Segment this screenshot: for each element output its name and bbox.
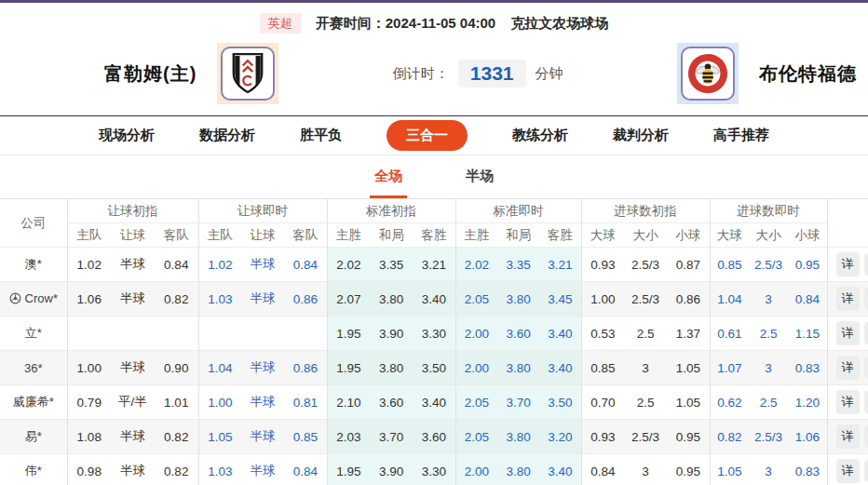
actions-column-header <box>827 199 868 248</box>
nav-tab-6[interactable]: 裁判分析 <box>613 127 669 144</box>
more-button-clipped[interactable] <box>864 288 868 310</box>
subtab-1[interactable]: 全场 <box>370 168 407 198</box>
subtab-2[interactable]: 半场 <box>461 168 498 198</box>
odds-cell-handicap_live-2: 半球 <box>241 282 284 317</box>
odds-table: 公司让球初指让球即时标准初指标准即时进球数初指进球数即时 主队让球客队主队让球客… <box>0 198 868 485</box>
odds-cell-goals_live-3: 1.20 <box>788 385 827 420</box>
odds-cell-standard_initial-1: 2.02 <box>327 248 370 282</box>
odds-cell-standard_live-2: 3.60 <box>497 317 539 351</box>
odds-cell-goals_initial-1: 0.93 <box>581 248 624 282</box>
nav-tabs: 现场分析数据分析胜平负三合一教练分析裁判分析高手推荐 <box>0 115 868 155</box>
sub-header-standard_live-2: 和局 <box>497 223 539 248</box>
nav-tab-4[interactable]: 三合一 <box>387 120 468 151</box>
odds-cell-handicap_live-1: 1.03 <box>198 282 241 317</box>
detail-button[interactable]: 详 <box>836 390 860 414</box>
more-button-clipped[interactable] <box>864 253 868 276</box>
odds-cell-standard_live-2: 3.80 <box>497 351 539 385</box>
more-button-clipped[interactable] <box>864 357 868 379</box>
odds-cell-standard_initial-3: 3.30 <box>413 454 455 485</box>
odds-cell-goals_initial-2: 2.5/3 <box>624 248 667 282</box>
odds-cell-goals_initial-3: 0.95 <box>667 454 710 485</box>
table-row: 立*1.953.903.302.003.603.400.532.51.370.6… <box>0 317 868 351</box>
detail-button[interactable]: 详 <box>836 252 860 276</box>
odds-cell-standard_live-2: 3.80 <box>497 282 539 317</box>
kickoff-label: 开赛时间： <box>316 15 386 31</box>
odds-cell-goals_live-3: 0.83 <box>788 351 827 385</box>
table-row: 36*1.00半球0.901.04半球0.861.953.803.502.003… <box>0 351 868 385</box>
company-cell: 立* <box>0 317 67 351</box>
sub-header-goals_live-3: 小球 <box>788 223 827 248</box>
company-name: 立* <box>25 325 42 342</box>
odds-cell-standard_initial-2: 3.90 <box>370 454 413 485</box>
company-cell: Crow* <box>0 282 67 317</box>
odds-cell-goals_live-1: 0.85 <box>710 248 749 282</box>
sub-header-handicap_live-2: 让球 <box>241 223 284 248</box>
sub-header-handicap_initial-2: 让球 <box>111 223 155 248</box>
odds-cell-standard_live-3: 3.40 <box>539 351 581 385</box>
odds-cell-handicap_initial-3 <box>155 317 198 351</box>
more-button-clipped[interactable] <box>864 425 868 448</box>
more-button-clipped[interactable] <box>864 322 868 344</box>
odds-cell-goals_live-1: 0.61 <box>710 317 749 351</box>
actions-cell: 详 <box>827 420 868 454</box>
detail-button[interactable]: 详 <box>836 287 860 311</box>
odds-cell-goals_initial-2: 2.5/3 <box>624 420 667 454</box>
detail-button[interactable]: 详 <box>836 424 860 449</box>
odds-cell-standard_initial-2: 3.70 <box>370 420 413 454</box>
odds-cell-standard_initial-2: 3.90 <box>370 317 413 351</box>
sub-header-goals_initial-2: 大小 <box>624 223 667 248</box>
sub-header-standard_live-3: 客胜 <box>539 223 581 248</box>
odds-cell-handicap_live-2: 半球 <box>241 385 284 420</box>
venue-name: 克拉文农场球场 <box>510 15 608 33</box>
sub-header-goals_initial-1: 大球 <box>581 223 624 248</box>
nav-tab-5[interactable]: 教练分析 <box>512 127 568 144</box>
nav-tab-7[interactable]: 高手推荐 <box>713 127 769 144</box>
odds-cell-handicap_live-2: 半球 <box>241 248 284 282</box>
sub-header-handicap_initial-1: 主队 <box>67 223 111 248</box>
odds-cell-goals_initial-2: 3 <box>624 351 667 385</box>
odds-cell-goals_live-3: 0.83 <box>788 454 827 485</box>
sub-header-goals_initial-3: 小球 <box>667 223 710 248</box>
detail-button[interactable]: 详 <box>836 356 860 380</box>
more-button-clipped[interactable] <box>864 391 868 413</box>
home-team-badge <box>217 43 278 104</box>
odds-cell-standard_live-3: 3.45 <box>539 282 581 317</box>
odds-cell-handicap_live-2: 半球 <box>241 420 284 454</box>
odds-cell-standard_live-3: 3.40 <box>539 454 581 485</box>
odds-cell-handicap_initial-1: 1.08 <box>67 420 111 454</box>
odds-cell-handicap_initial-1: 0.79 <box>67 385 111 420</box>
odds-table-body: 澳*1.02半球0.841.02半球0.842.023.353.212.023.… <box>0 248 868 485</box>
actions-cell: 详 <box>827 248 868 282</box>
odds-cell-goals_live-1: 0.82 <box>710 420 749 454</box>
odds-cell-standard_initial-1: 1.95 <box>327 454 370 485</box>
odds-cell-goals_live-2: 3 <box>749 454 788 485</box>
odds-cell-handicap_live-1 <box>198 317 241 351</box>
group-header-standard_live: 标准即时 <box>455 199 581 223</box>
nav-tab-2[interactable]: 数据分析 <box>199 127 255 144</box>
odds-cell-standard_initial-2: 3.80 <box>370 351 413 385</box>
detail-button[interactable]: 详 <box>836 459 860 483</box>
odds-cell-handicap_initial-3: 0.90 <box>155 351 198 385</box>
odds-cell-standard_live-2: 3.35 <box>497 248 539 282</box>
odds-cell-goals_live-3: 1.06 <box>788 420 827 454</box>
odds-cell-standard_initial-1: 1.95 <box>327 351 370 385</box>
odds-cell-goals_initial-3: 1.37 <box>667 317 710 351</box>
nav-tab-3[interactable]: 胜平负 <box>300 127 342 144</box>
league-badge: 英超 <box>260 13 301 34</box>
odds-cell-handicap_initial-1 <box>67 317 111 351</box>
odds-cell-standard_live-1: 2.00 <box>455 351 497 385</box>
more-button-clipped[interactable] <box>864 460 868 482</box>
sub-header-standard_initial-1: 主胜 <box>327 223 370 248</box>
odds-cell-standard_initial-2: 3.60 <box>370 385 413 420</box>
away-team-name: 布伦特福德 <box>759 61 857 87</box>
odds-cell-handicap_initial-2: 半球 <box>111 351 155 385</box>
odds-cell-standard_live-1: 2.02 <box>455 248 497 282</box>
detail-button[interactable]: 详 <box>836 321 860 345</box>
odds-cell-goals_initial-1: 0.53 <box>581 317 624 351</box>
odds-cell-standard_live-1: 2.05 <box>455 385 497 420</box>
nav-tab-1[interactable]: 现场分析 <box>99 127 155 144</box>
table-row: 威廉希*0.79平/半1.011.00半球0.812.103.603.402.0… <box>0 385 868 420</box>
odds-cell-handicap_live-3: 0.84 <box>284 248 327 282</box>
odds-cell-goals_initial-3: 0.87 <box>667 248 710 282</box>
sub-header-standard_initial-3: 客胜 <box>413 223 455 248</box>
